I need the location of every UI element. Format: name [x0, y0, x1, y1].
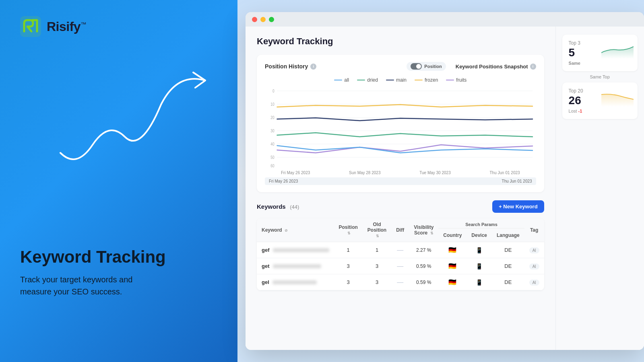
logo-text: Risify™	[47, 19, 86, 34]
left-panel: Risify™ Keyword Tracking Track your targ…	[0, 0, 237, 362]
keywords-section: Keywords (44) + New Keyword Keyword ⊘ Po…	[257, 200, 544, 290]
legend-all: all	[334, 77, 349, 83]
col-old-position: Old Position ⇅	[363, 218, 391, 242]
diff-cell: —	[391, 274, 409, 290]
col-visibility: Visibility Score ⇅	[409, 218, 438, 242]
snapshot-info-icon[interactable]: i	[530, 64, 536, 70]
traffic-lights	[252, 17, 274, 22]
col-language: Language	[492, 228, 524, 242]
svg-text:20: 20	[270, 115, 274, 120]
legend-dried: dried	[357, 77, 378, 83]
col-keyword: Keyword ⊘	[257, 218, 334, 242]
country-cell: 🇩🇪	[438, 274, 466, 290]
page-title: Keyword Tracking	[257, 36, 544, 47]
svg-text:40: 40	[270, 142, 274, 146]
svg-text:30: 30	[270, 129, 274, 133]
language-cell: DE	[492, 242, 524, 258]
diff-cell: —	[391, 258, 409, 274]
chart-svg: 0 10 20 30 40 50 60	[265, 88, 536, 168]
keywords-header: Keywords (44) + New Keyword	[257, 200, 544, 213]
legend-frozen: frozen	[415, 77, 438, 83]
tagline-subtitle: Track your target keywords andmeasure yo…	[20, 274, 217, 298]
table-row: get 3 3 — 0.59 % 🇩🇪 📱	[257, 258, 544, 274]
logo-icon	[20, 16, 41, 37]
browser-content: Keyword Tracking Position History i Posi…	[246, 27, 644, 350]
col-search-params: Search Params	[438, 218, 524, 228]
tagline-area: Keyword Tracking Track your target keywo…	[20, 247, 217, 298]
logo-area: Risify™	[20, 16, 217, 37]
chart-x-labels: Fri May 26 2023 Sun May 28 2023 Tue May …	[265, 168, 536, 175]
device-cell: 📱	[466, 242, 492, 258]
keywords-title-area: Keywords (44)	[257, 203, 299, 210]
table: Keyword ⊘ Position ⇅ Old Position ⇅ Diff…	[257, 218, 544, 290]
country-cell: 🇩🇪	[438, 258, 466, 274]
same-top-label: Same Top	[562, 74, 638, 79]
svg-text:60: 60	[270, 164, 274, 168]
keyword-cell: get	[257, 258, 334, 274]
browser-titlebar	[246, 12, 644, 27]
position-history-title: Position History i	[265, 63, 316, 70]
tag-cell: Al	[524, 274, 544, 290]
new-keyword-button[interactable]: + New Keyword	[492, 200, 544, 213]
close-button[interactable]	[252, 17, 257, 22]
header-right: Position Keyword Positions Snapshot i	[407, 62, 536, 71]
tag-cell: Al	[524, 242, 544, 258]
date-range-end: Thu Jun 01 2023	[502, 179, 532, 183]
snapshot-top20-sub: Lost -1	[569, 109, 631, 113]
vis-score-cell: 0.59 %	[409, 258, 438, 274]
country-cell: 🇩🇪	[438, 242, 466, 258]
chart-container[interactable]: 0 10 20 30 40 50 60	[265, 88, 536, 168]
position-cell: 1	[334, 242, 363, 258]
decorative-wave	[52, 64, 213, 177]
snapshot-section-title: Keyword Positions Snapshot i	[456, 64, 536, 70]
col-position: Position ⇅	[334, 218, 363, 242]
mini-chart-top20	[601, 86, 634, 107]
vis-score-cell: 2.27 %	[409, 242, 438, 258]
legend-fruits: fruits	[446, 77, 466, 83]
col-tag: Tag	[524, 218, 544, 242]
vis-score-cell: 0.59 %	[409, 274, 438, 290]
snapshot-top3: Top 3 5 Same	[562, 35, 638, 71]
keywords-count: (44)	[290, 204, 299, 210]
snapshot-top20: Top 20 26 Lost -1	[562, 82, 638, 119]
card-header: Position History i Position Keyword Posi…	[265, 62, 536, 71]
old-position-cell: 3	[363, 274, 391, 290]
right-panel: Keyword Tracking Position History i Posi…	[237, 0, 644, 362]
old-position-cell: 3	[363, 258, 391, 274]
language-cell: DE	[492, 274, 524, 290]
position-toggle[interactable]: Position	[407, 62, 446, 71]
old-position-cell: 1	[363, 242, 391, 258]
col-country: Country	[438, 228, 466, 242]
position-cell: 3	[334, 274, 363, 290]
legend-main: main	[386, 77, 407, 83]
device-cell: 📱	[466, 274, 492, 290]
chart-legend: all dried main frozen	[265, 77, 536, 83]
date-range-bar[interactable]: Fri May 26 2023 Thu Jun 01 2023	[265, 177, 536, 185]
snapshot-top3-sub: Same	[569, 61, 631, 66]
position-cell: 3	[334, 258, 363, 274]
mini-chart-top3	[601, 39, 634, 59]
tag-cell: Al	[524, 258, 544, 274]
toggle-switch[interactable]	[411, 63, 422, 70]
svg-text:50: 50	[270, 155, 274, 160]
right-sidebar: Top 3 5 Same	[555, 27, 644, 350]
info-icon[interactable]: i	[310, 64, 316, 70]
keywords-title: Keywords	[257, 203, 286, 210]
maximize-button[interactable]	[269, 17, 274, 22]
language-cell: DE	[492, 258, 524, 274]
col-diff: Diff	[391, 218, 409, 242]
col-device: Device	[466, 228, 492, 242]
main-content: Keyword Tracking Position History i Posi…	[246, 27, 555, 350]
browser-window: Keyword Tracking Position History i Posi…	[246, 12, 644, 350]
keyword-cell: gel	[257, 274, 334, 290]
device-cell: 📱	[466, 258, 492, 274]
svg-text:10: 10	[270, 102, 274, 107]
tagline-title: Keyword Tracking	[20, 247, 217, 267]
diff-cell: —	[391, 242, 409, 258]
table-row: gel 3 3 — 0.59 % 🇩🇪 📱	[257, 274, 544, 290]
date-range-start: Fri May 26 2023	[269, 179, 298, 183]
table-row: gef 1 1 — 2.27 % 🇩🇪 📱	[257, 242, 544, 258]
minimize-button[interactable]	[260, 17, 266, 22]
toggle-label: Position	[424, 64, 442, 69]
svg-text:0: 0	[272, 89, 275, 93]
